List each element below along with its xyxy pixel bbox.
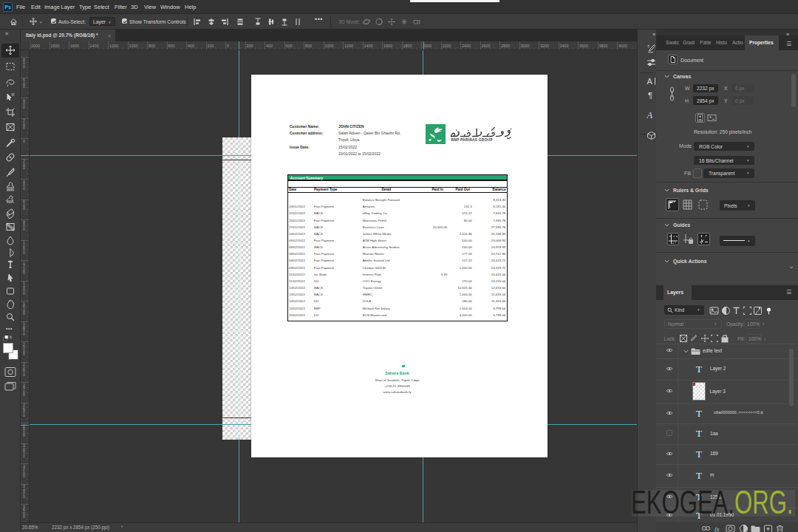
svg-text:A: A (647, 110, 653, 120)
svg-text:¶: ¶ (648, 91, 652, 100)
svg-text:A: A (647, 77, 653, 86)
svg-text:fx: fx (715, 525, 720, 532)
